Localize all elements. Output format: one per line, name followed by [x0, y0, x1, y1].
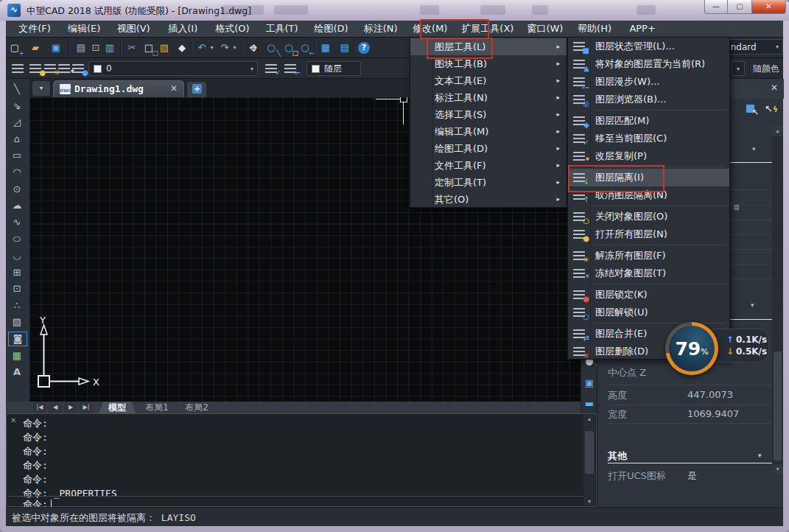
submenu-item-set-object-layer-current[interactable]: ▲将对象的图层置为当前(R) — [568, 55, 729, 73]
spline-icon[interactable]: ∿ — [8, 215, 26, 230]
zoom-realtime-icon[interactable]: ○╲ — [264, 40, 278, 56]
menu-draw[interactable]: 绘图(D) — [309, 21, 354, 37]
menu-item-draw-tools[interactable]: 绘图工具(D)▸ — [410, 140, 567, 157]
properties-palette-icon[interactable]: ▤ — [337, 40, 352, 56]
restore-button[interactable]: ▢ — [728, 0, 751, 14]
close-icon[interactable]: ✕ — [771, 83, 778, 93]
menu-dimension[interactable]: 标注(N) — [358, 21, 404, 37]
menu-item-block-tools[interactable]: 图块工具(B)▸ — [410, 55, 567, 72]
memory-percent-widget[interactable]: 79% — [665, 322, 718, 375]
submenu-item-copy-to-layer[interactable]: *改层复制(P) — [568, 147, 729, 165]
close-doc-icon[interactable]: ✕ — [170, 83, 178, 94]
first-tab-button[interactable]: |◀ — [33, 402, 46, 413]
line-icon[interactable]: ╲ — [8, 82, 26, 97]
point-icon[interactable]: ∴ — [8, 298, 26, 313]
menu-express-tools[interactable]: 扩展工具(X) — [457, 21, 519, 37]
table2-icon[interactable]: ▦ — [8, 349, 26, 363]
menu-help[interactable]: 帮助(H) — [572, 21, 617, 37]
copy-icon[interactable]: □□ — [141, 40, 156, 56]
chevron-down-icon[interactable]: ▾ — [776, 43, 779, 50]
polyline-icon[interactable]: ◿ — [8, 115, 26, 130]
tab-layout1[interactable]: 布局1 — [138, 402, 175, 413]
menu-tools[interactable]: 工具(T) — [259, 21, 304, 37]
section-header-other[interactable]: 其他 — [608, 449, 627, 463]
next-tab-button[interactable]: ▶ — [64, 402, 77, 413]
table-icon[interactable]: ▦ — [318, 40, 333, 56]
revision-cloud-icon[interactable]: ☁ — [8, 198, 26, 213]
layer-freeze-icon[interactable]: ☀ — [44, 64, 56, 74]
menu-modify[interactable]: 修改(M) — [407, 21, 453, 37]
submenu-item-layer-states-manager[interactable]: ■图层状态管理(L)... — [568, 38, 729, 55]
pan-icon[interactable]: ↔↕ — [246, 40, 261, 56]
region-icon[interactable]: ◙ — [8, 332, 27, 346]
menu-edit[interactable]: 编辑(E) — [61, 21, 107, 37]
section-collapse-caret[interactable]: ▾ — [751, 301, 754, 309]
menu-item-text-tools[interactable]: 文本工具(E)▸ — [410, 72, 567, 89]
help-icon[interactable]: ? — [358, 42, 370, 54]
rectangle-icon[interactable]: ▭ — [8, 148, 26, 163]
open-file-icon[interactable]: ▰ — [28, 40, 43, 56]
section-collapse-caret[interactable]: ▾ — [758, 452, 762, 459]
menu-item-select-tools[interactable]: 选择工具(S)▸ — [410, 106, 567, 123]
color-combo[interactable]: 随层 — [306, 61, 361, 76]
menu-item-dimension-tools[interactable]: 标注工具(N)▸ — [410, 89, 567, 106]
layer-combo[interactable]: 0 ▾ — [88, 61, 258, 76]
scroll-down-icon[interactable]: ▾ — [772, 464, 783, 475]
menu-item-file-tools[interactable]: 文件工具(F)▸ — [410, 157, 567, 174]
submenu-item-layer-walk[interactable]: …图层漫步(W)... — [568, 73, 729, 91]
document-tab[interactable]: DWG Drawing1.dwg ✕ — [53, 80, 184, 97]
insert-block-icon[interactable]: ⊞ — [8, 265, 26, 280]
plot-icon[interactable]: ▥ — [102, 40, 117, 56]
construction-line-icon[interactable]: ⇘ — [8, 99, 26, 113]
tab-layout2[interactable]: 布局2 — [178, 402, 215, 413]
make-block-icon[interactable]: ⊡ — [8, 281, 26, 296]
submenu-item-freeze-object-layer[interactable]: *冻结对象图层(T) — [568, 265, 729, 282]
redo-dropdown-caret[interactable]: ▾ — [231, 40, 239, 56]
submenu-item-layer-lock[interactable]: ●图层锁定(K) — [568, 286, 729, 304]
submenu-item-layer-off[interactable]: ○关闭对象图层(O) — [568, 208, 729, 225]
last-tab-button[interactable]: ▶| — [80, 402, 93, 413]
menu-window[interactable]: 窗口(W) — [522, 21, 568, 37]
layer-new-icon[interactable]: * — [58, 64, 70, 74]
viewport-icon[interactable]: ▬ — [582, 396, 597, 412]
select-objects-icon[interactable]: ↖ϟ — [764, 103, 779, 118]
print-icon[interactable]: ▤ — [74, 40, 88, 56]
layer-unlock-icon[interactable]: ● — [72, 64, 84, 74]
hatch-icon[interactable]: ▨ — [8, 315, 26, 329]
menu-insert[interactable]: 插入(I) — [160, 21, 206, 37]
scroll-down-icon[interactable]: ▾ — [583, 498, 595, 505]
redo-icon[interactable]: ↷ — [217, 40, 232, 56]
command-scrollbar[interactable]: ▴ ▾ — [583, 415, 595, 505]
doc-list-dropdown[interactable]: ▾ — [32, 81, 50, 96]
title-bar[interactable]: ∿ 中望CAD 2018 试用版 (功能受限) - [Drawing1.dwg]… — [0, 0, 789, 21]
submenu-item-layer-match[interactable]: ◆图层匹配(M) — [568, 112, 729, 130]
scroll-up-icon[interactable]: ▴ — [772, 126, 783, 136]
block-editor-icon[interactable]: ▣ — [582, 375, 597, 391]
submenu-item-layer-isolate[interactable]: ↓图层隔离(I) — [568, 169, 729, 186]
submenu-item-move-to-current-layer[interactable]: ✓移至当前图层(C) — [568, 130, 729, 147]
minimize-button[interactable]: — — [704, 0, 728, 14]
menu-item-others[interactable]: 其它(O)▸ — [410, 191, 567, 208]
menu-item-custom-tools[interactable]: 定制工具(T)▸ — [410, 174, 567, 191]
layer-previous-icon[interactable]: ← — [284, 64, 296, 74]
property-value[interactable]: 447.0073 — [687, 389, 733, 400]
property-value[interactable]: 是 — [687, 469, 697, 483]
save-icon[interactable]: ▣ — [49, 40, 63, 56]
linetype-combo-caret[interactable]: ▾ — [732, 61, 745, 76]
plot-style-combo[interactable]: 随颜色 — [753, 61, 783, 76]
submenu-item-layer-unisolate[interactable]: ↑取消图层隔离(N) — [568, 186, 729, 204]
submenu-item-layer-browser[interactable]: ◎图层浏览器(B)... — [568, 91, 729, 108]
menu-item-layer-tools[interactable]: 图层工具(L)▸ — [410, 38, 567, 55]
layer-off-icon[interactable]: ● — [29, 64, 41, 74]
match-properties-icon[interactable]: ◆ — [175, 40, 189, 56]
new-file-icon[interactable]: ▢+ — [7, 40, 22, 56]
submenu-item-layer-on-all[interactable]: ●打开所有图层(N) — [568, 225, 729, 243]
zoom-previous-icon[interactable]: ○← — [298, 40, 312, 56]
menu-file[interactable]: 文件(F) — [12, 21, 57, 37]
arc-icon[interactable]: ◠ — [8, 165, 26, 180]
menu-format[interactable]: 格式(O) — [209, 21, 255, 37]
section-collapse-caret[interactable]: ▾ — [752, 145, 756, 153]
new-document-tab[interactable]: + — [187, 82, 206, 97]
mtext-icon[interactable]: A — [8, 365, 26, 379]
circle-icon[interactable]: ⊙ — [8, 182, 26, 197]
